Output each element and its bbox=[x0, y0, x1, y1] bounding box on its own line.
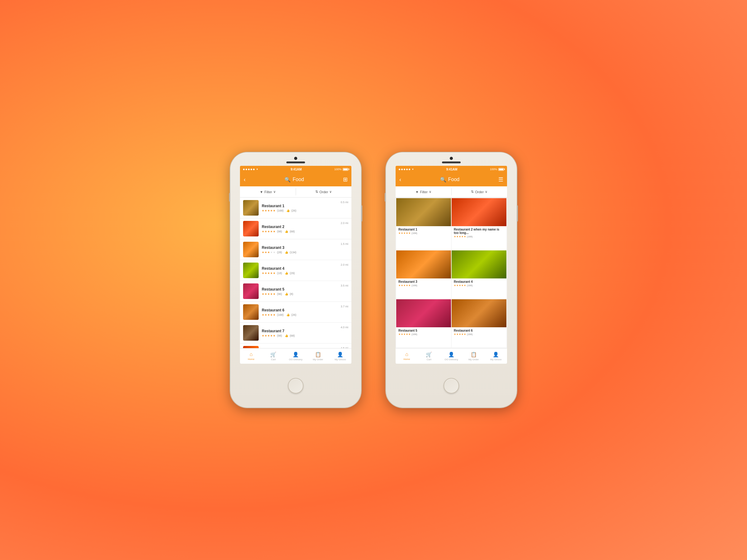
list-item[interactable]: Restaurant 8 ★ ★ ★ ★ ★ (28) 👍 (134) bbox=[240, 344, 352, 348]
review-count: (168) bbox=[277, 313, 284, 316]
restaurant-name: Restaurant 6 bbox=[262, 308, 348, 312]
grid-item[interactable]: Restaurant 5 ★ ★ ★ ★ ★ (168) bbox=[396, 299, 451, 348]
grid-view-button[interactable]: ⊞ bbox=[343, 176, 348, 183]
grid-restaurant-name: Restaurant 1 bbox=[398, 228, 449, 231]
order-label: Order bbox=[475, 190, 484, 194]
filter-button[interactable]: ▼ Filter ∨ bbox=[395, 186, 451, 197]
grid-restaurant-image bbox=[452, 198, 507, 226]
star-rating: ★ ★ ★ ★ ★ bbox=[454, 235, 466, 238]
grid-restaurant-info: Restaurant 5 ★ ★ ★ ★ ★ (168) bbox=[396, 327, 451, 338]
nav-myorder[interactable]: 📋 My Order bbox=[463, 348, 485, 364]
list-item[interactable]: Restaurant 7 ★ ★ ★ ★ ★ (98) 👍 (68) bbox=[240, 323, 352, 344]
likes-count: (134) bbox=[290, 251, 296, 254]
restaurant-meta: ★ ★ ★ ★ ★ (98) 👍 (68) bbox=[262, 334, 348, 337]
list-item[interactable]: Restaurant 2 ★ ★ ★ ★ ★ (98) 👍 (68) bbox=[240, 218, 352, 239]
restaurant-meta: ★ ★ ★ ★ ★ (96) 👍 (8) bbox=[262, 292, 348, 296]
filter-button[interactable]: ▼ Filter ∨ bbox=[240, 186, 296, 197]
nav-cart[interactable]: 🛒 Cart bbox=[262, 348, 285, 364]
grid-restaurant-info: Restaurant 6 ★ ★ ★ ★ ★ (168) bbox=[452, 327, 507, 338]
restaurant-info: Restaurant 3 ★ ★ ★ ★ ★ (28) 👍 (134) bbox=[262, 245, 348, 254]
filter-chevron: ∨ bbox=[273, 190, 276, 194]
bottom-nav: ⌂ Home 🛒 Cart 👤 OO Delivery 📋 My Order 👤… bbox=[395, 348, 507, 364]
list-item[interactable]: Restaurant 4 ★ ★ ★ ★ ★ (18) 👍 (29) bbox=[240, 260, 352, 281]
signal-dot-2 bbox=[246, 169, 247, 170]
restaurant-list: Restaurant 1 ★ ★ ★ ★ ★ (168) 👍 (26) bbox=[240, 197, 352, 348]
restaurant-name: Restaurant 1 bbox=[262, 204, 348, 208]
restaurant-distance: 4.0 mi bbox=[340, 326, 348, 329]
star-rating: ★ ★ ★ ★ ★ bbox=[454, 333, 466, 336]
grid-item[interactable]: Restaurant 1 ★ ★ ★ ★ ★ (168) bbox=[396, 198, 451, 250]
grid-restaurant-image bbox=[396, 299, 451, 327]
grid-restaurant-meta: ★ ★ ★ ★ ★ (168) bbox=[398, 232, 449, 235]
grid-restaurant-info: Restaurant 3 ★ ★ ★ ★ ★ (168) bbox=[396, 278, 451, 289]
restaurant-distance: 0.5 mi bbox=[340, 201, 348, 204]
nav-home[interactable]: ⌂ Home bbox=[240, 348, 262, 364]
header-title: 🔍 Food bbox=[440, 177, 459, 183]
list-view-button[interactable]: ☰ bbox=[498, 176, 503, 183]
signal-dot-2 bbox=[401, 169, 403, 170]
phone-bottom bbox=[443, 364, 459, 407]
delivery-label: OO Delivery bbox=[444, 358, 458, 361]
nav-cart[interactable]: 🛒 Cart bbox=[418, 348, 440, 364]
star-rating: ★ ★ ★ ★ ★ bbox=[454, 284, 466, 287]
search-icon: 🔍 bbox=[284, 177, 291, 183]
grid-item[interactable]: Restaurant 3 ★ ★ ★ ★ ★ (168) bbox=[396, 250, 451, 299]
review-count: (168) bbox=[277, 209, 284, 212]
nav-home[interactable]: ⌂ Home bbox=[395, 348, 418, 364]
app-header: ‹ 🔍 Food ⊞ bbox=[240, 173, 352, 186]
battery-fill bbox=[343, 169, 348, 170]
restaurant-distance: 3.7 mi bbox=[340, 305, 348, 308]
back-button[interactable]: ‹ bbox=[244, 177, 246, 183]
myorder-icon: 📋 bbox=[315, 351, 321, 357]
thumb-up-icon: 👍 bbox=[285, 251, 288, 254]
restaurant-thumbnail bbox=[243, 263, 259, 278]
header-title: 🔍 Food bbox=[284, 177, 304, 183]
nav-myorder[interactable]: 📋 My Order bbox=[307, 348, 329, 364]
order-button[interactable]: ⇅ Order ∨ bbox=[296, 186, 352, 197]
restaurant-name: Restaurant 3 bbox=[262, 245, 348, 250]
grid-restaurant-meta: ★ ★ ★ ★ ★ (168) bbox=[454, 284, 504, 287]
list-item[interactable]: Restaurant 5 ★ ★ ★ ★ ★ (96) 👍 (8) bbox=[240, 281, 352, 302]
status-right: 100% bbox=[490, 168, 504, 171]
star-5: ★ bbox=[273, 209, 276, 212]
star-rating: ★ ★ ★ ★ ★ bbox=[262, 251, 276, 254]
order-label: Order bbox=[319, 190, 328, 194]
home-button[interactable] bbox=[288, 378, 304, 394]
order-button[interactable]: ⇅ Order ∨ bbox=[452, 186, 507, 197]
nav-mygesoo[interactable]: 👤 My Gesoo bbox=[485, 348, 507, 364]
list-item[interactable]: Restaurant 1 ★ ★ ★ ★ ★ (168) 👍 (26) bbox=[240, 197, 352, 218]
status-bar: ▾ 9:41AM 100% bbox=[395, 166, 507, 173]
status-left: ▾ bbox=[243, 168, 258, 171]
nav-delivery[interactable]: 👤 OO Delivery bbox=[284, 348, 307, 364]
restaurant-meta: ★ ★ ★ ★ ★ (168) 👍 (26) bbox=[262, 209, 348, 212]
grid-restaurant-meta: ★ ★ ★ ★ ★ (168) bbox=[398, 284, 449, 287]
wifi-icon: ▾ bbox=[412, 168, 414, 171]
likes-count: (68) bbox=[290, 230, 295, 233]
star-3: ★ bbox=[267, 209, 270, 212]
restaurant-thumbnail bbox=[243, 221, 259, 236]
thumb-up-icon: 👍 bbox=[285, 334, 288, 337]
myorder-icon: 📋 bbox=[471, 351, 477, 357]
list-item[interactable]: Restaurant 3 ★ ★ ★ ★ ★ (28) 👍 (134) bbox=[240, 239, 352, 260]
grid-item[interactable]: Restaurant 2 when my name is too long...… bbox=[452, 198, 507, 250]
speaker bbox=[286, 161, 305, 163]
battery-icon bbox=[498, 168, 504, 171]
restaurant-name: Restaurant 4 bbox=[262, 266, 348, 271]
grid-item[interactable]: Restaurant 4 ★ ★ ★ ★ ★ (168) bbox=[452, 250, 507, 299]
thumb-up-icon: 👍 bbox=[286, 313, 290, 316]
review-count: (98) bbox=[277, 334, 282, 337]
restaurant-meta: ★ ★ ★ ★ ★ (18) 👍 (29) bbox=[262, 272, 348, 275]
nav-mygesoo[interactable]: 👤 My Gesoo bbox=[329, 348, 352, 364]
restaurant-meta: ★ ★ ★ ★ ★ (168) 👍 (26) bbox=[262, 313, 348, 316]
back-button[interactable]: ‹ bbox=[399, 177, 401, 183]
list-item[interactable]: Restaurant 6 ★ ★ ★ ★ ★ (168) 👍 (26) bbox=[240, 302, 352, 323]
nav-delivery[interactable]: 👤 OO Delivery bbox=[440, 348, 463, 364]
signal-dot-1 bbox=[399, 169, 400, 170]
battery-pct: 100% bbox=[334, 168, 341, 171]
home-button[interactable] bbox=[443, 378, 459, 394]
grid-restaurant-image bbox=[452, 299, 507, 327]
grid-item[interactable]: Restaurant 6 ★ ★ ★ ★ ★ (168) bbox=[452, 299, 507, 348]
thumb-up-icon: 👍 bbox=[286, 209, 290, 212]
myorder-label: My Order bbox=[313, 358, 323, 361]
status-time: 9:41AM bbox=[291, 168, 302, 171]
